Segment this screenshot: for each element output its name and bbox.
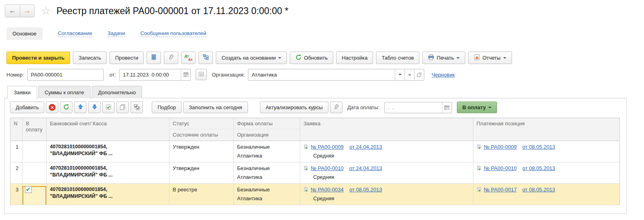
table-header: N В оплату Банковский счет/ Касса Статус… [10, 118, 619, 141]
tab-additional[interactable]: Дополнительно [92, 86, 142, 98]
request-cell[interactable]: № РА00-0009от 24.04.2013 Средняя [300, 141, 473, 162]
document-fields: Номер: РА00-000001 от: 17.11.2023 0:00:0… [6, 68, 455, 81]
status-cell[interactable]: В реестре [169, 184, 234, 205]
row-attachments-button[interactable] [330, 102, 343, 113]
document-link-icon [477, 144, 484, 151]
list-icon [198, 71, 204, 78]
refresh-rows-button[interactable] [60, 102, 72, 113]
favorite-star-icon[interactable]: ☆ [41, 6, 51, 17]
table-toolbar: Добавить × Подбор Заполнить на сегодня А… [10, 102, 497, 113]
request-link[interactable]: № РА00-0010от 24.04.2013 [311, 165, 382, 171]
post-and-close-button[interactable]: Провести и закрыть [6, 52, 70, 64]
list-choice-button[interactable] [196, 69, 207, 80]
document-link-icon [303, 187, 311, 193]
tab-requests[interactable]: Заявки [7, 86, 37, 99]
back-arrow-icon: ← [9, 7, 16, 15]
refresh-icon [295, 54, 301, 62]
org-clear-icon[interactable]: × [405, 69, 414, 80]
attachments-button[interactable] [164, 52, 178, 64]
add-row-button[interactable]: Добавить [10, 102, 44, 113]
request-cell[interactable]: № РА00-0034от 08.05.2013 Средняя [300, 184, 473, 205]
tab-tasks[interactable]: Задачи [107, 30, 125, 37]
draft-link[interactable]: Черновик [431, 72, 454, 78]
organization-field[interactable]: Атлантика × [248, 69, 424, 81]
position-link[interactable]: № РА00-0010от 08.05.2013 [484, 165, 555, 171]
back-button[interactable]: ← [5, 5, 20, 17]
request-cell[interactable]: № РА00-0010от 24.04.2013 Средняя [300, 162, 473, 183]
position-link[interactable]: № РА00-0017от 08.05.2013 [484, 187, 555, 193]
request-link[interactable]: № РА00-0009от 24.04.2013 [311, 144, 382, 150]
table-row-selected[interactable]: 3 40702810100000001854, "ВЛАДИМИРСКИЙ" Ф… [10, 184, 619, 205]
priority-label: Средняя [303, 173, 470, 180]
create-based-on-button[interactable]: Создать на основании [216, 52, 287, 64]
document-structure-button[interactable] [198, 52, 213, 64]
register-stack-icon [151, 54, 157, 62]
calendar-icon[interactable] [181, 69, 190, 80]
dtkt-button[interactable]: ДтКт [181, 52, 196, 64]
tab-user-messages[interactable]: Сообщения пользователей [140, 30, 206, 37]
toggle-flags-button[interactable] [130, 102, 143, 113]
tab-amounts[interactable]: Суммы к оплате [38, 86, 91, 98]
post-button[interactable]: Провести [109, 52, 144, 64]
print-button[interactable]: Печать [422, 52, 465, 64]
row-number: 1 [10, 141, 23, 162]
payment-position-cell[interactable]: № РА00-0017от 08.05.2013 [473, 184, 620, 205]
forward-button[interactable]: → [20, 5, 34, 17]
payment-form-cell[interactable]: Безналичные Атлантика [234, 184, 300, 205]
pick-button[interactable]: Подбор [152, 102, 182, 113]
to-pay-checkbox-checked[interactable] [25, 186, 32, 193]
structure-icon [202, 54, 209, 62]
table-row[interactable]: 1 40702810100000001854, "ВЛАДИМИРСКИЙ" Ф… [10, 141, 619, 162]
fill-today-button[interactable]: Заполнить на сегодня [183, 102, 248, 113]
payment-position-cell[interactable]: № РА00-0010от 08.05.2013 [473, 162, 620, 183]
accounts-board-button[interactable]: Табло счетов [376, 52, 419, 64]
check-document-icon [105, 104, 111, 111]
payment-date-label: Дата оплаты: [347, 104, 380, 110]
delete-icon: × [49, 104, 56, 111]
payment-form-cell[interactable]: Безналичные Атлантика [234, 141, 300, 162]
number-field[interactable]: РА00-000001 [27, 69, 104, 81]
to-pay-cell[interactable] [23, 162, 47, 183]
write-button[interactable]: Записать [73, 52, 107, 64]
status-cell[interactable]: Утвержден [169, 141, 234, 162]
to-pay-cell-active[interactable] [23, 184, 47, 205]
org-open-icon[interactable] [414, 69, 424, 80]
paperclip-icon [333, 104, 339, 111]
move-up-button[interactable] [74, 102, 87, 113]
calendar-icon[interactable] [442, 102, 452, 113]
account-cell[interactable]: 40702810100000001854, "ВЛАДИМИРСКИЙ" ФБ … [47, 184, 169, 205]
org-dropdown-caret-icon[interactable] [395, 69, 405, 80]
priority-label: Средняя [303, 152, 470, 159]
tab-approval[interactable]: Согласование [58, 30, 92, 37]
tab-main[interactable]: Основное [6, 27, 43, 40]
dropdown-caret-icon [503, 57, 506, 59]
debit-credit-icon: ДтКт [184, 54, 192, 62]
requests-table: N В оплату Банковский счет/ Касса Статус… [10, 118, 620, 205]
move-down-button[interactable] [88, 102, 101, 113]
payment-form-cell[interactable]: Безналичные Атлантика [234, 162, 300, 183]
account-cell[interactable]: 40702810100000001854, "ВЛАДИМИРСКИЙ" ФБ … [47, 141, 169, 162]
copy-row-button[interactable] [116, 102, 129, 113]
update-rates-button[interactable]: Актуализировать курсы [260, 102, 328, 113]
register-records-button[interactable] [147, 52, 161, 64]
document-link-icon [303, 165, 311, 172]
col-header-status: Статус Состояние оплаты [169, 118, 234, 141]
set-flags-button[interactable] [102, 102, 115, 113]
reports-button[interactable]: Отчеты [468, 52, 512, 64]
account-cell[interactable]: 40702810100000001854, "ВЛАДИМИРСКИЙ" ФБ … [47, 162, 169, 183]
printer-icon [428, 54, 434, 62]
to-pay-cell[interactable] [23, 141, 47, 162]
position-link[interactable]: № РА00-0009от 08.05.2013 [484, 144, 555, 150]
refresh-button[interactable]: Обновить [290, 52, 333, 64]
status-cell[interactable]: Утвержден [169, 162, 234, 183]
payment-position-cell[interactable]: № РА00-0009от 08.05.2013 [473, 141, 620, 162]
payment-date-field[interactable]: . . [384, 102, 452, 113]
table-row[interactable]: 2 40702810100000001854, "ВЛАДИМИРСКИЙ" Ф… [10, 162, 619, 184]
delete-row-button[interactable]: × [46, 102, 58, 113]
date-field[interactable]: 17.11.2023 0:00:00 [119, 69, 191, 81]
request-link[interactable]: № РА00-0034от 08.05.2013 [311, 187, 382, 193]
settings-button[interactable]: Настройка [336, 52, 373, 64]
date-label: от: [109, 72, 116, 78]
to-payment-button[interactable]: В оплату [457, 102, 497, 113]
refresh-icon [63, 104, 69, 111]
